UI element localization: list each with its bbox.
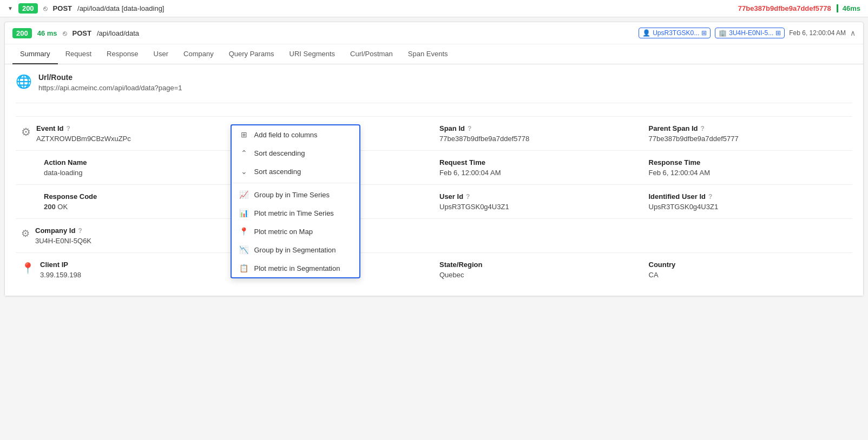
company-grid-icon: ⊞ xyxy=(775,29,781,37)
response-time-value: Feb 6, 12:00:04 AM xyxy=(649,169,847,177)
dropdown-arrow-icon[interactable]: ▼ xyxy=(8,5,13,11)
menu-add-field-label: Add field to columns xyxy=(254,131,318,139)
country-value: CA xyxy=(649,271,847,279)
status-badge-top: 200 xyxy=(18,3,38,14)
response-time-label: Response Time xyxy=(649,158,847,166)
user-chip[interactable]: 👤 UpsR3TGSK0... ⊞ xyxy=(639,28,711,38)
row4-spacer3 xyxy=(643,219,853,252)
sort-asc-icon: ⌄ xyxy=(239,167,249,176)
request-time-cell: Request Time Feb 6, 12:00:04 AM xyxy=(434,151,643,184)
menu-add-field[interactable]: ⊞ Add field to columns xyxy=(232,125,359,144)
collapse-button[interactable]: ∧ xyxy=(850,29,856,37)
user-grid-icon: ⊞ xyxy=(701,29,707,37)
span-id-help-icon[interactable]: ? xyxy=(468,125,471,132)
context-menu: ⊞ Add field to columns ⌃ Sort descending… xyxy=(231,124,360,278)
tab-curl-postman[interactable]: Curl/Postman xyxy=(343,44,400,64)
action-name-cell: Action Name data-loading xyxy=(16,151,225,184)
company-chip[interactable]: 🏢 3U4H-E0NI-5... ⊞ xyxy=(715,28,785,38)
tab-request[interactable]: Request xyxy=(58,44,99,64)
plot-timeseries-icon: 📊 xyxy=(239,209,249,217)
menu-plot-map[interactable]: 📍 Plot metric on Map xyxy=(232,222,359,241)
menu-divider-1 xyxy=(232,183,359,183)
url-info: Url/Route https://api.acmeinc.com/api/lo… xyxy=(38,73,182,92)
menu-sort-desc-label: Sort descending xyxy=(254,149,305,157)
duration-panel: 46 ms xyxy=(37,29,57,37)
panel-timestamp: Feb 6, 12:00:04 AM xyxy=(789,29,846,37)
span-id-value: 77be387b9dfbe9a7ddef5778 xyxy=(439,135,638,143)
menu-plot-segmentation[interactable]: 📋 Plot metric in Segmentation xyxy=(232,259,359,277)
menu-group-timeseries[interactable]: 📈 Group by in Time Series xyxy=(232,185,359,204)
tab-company[interactable]: Company xyxy=(176,44,221,64)
user-id-value: UpsR3TGSK0g4U3Z1 xyxy=(439,203,638,211)
tab-span-events[interactable]: Span Events xyxy=(400,44,456,64)
identified-user-id-value: UpsR3TGSK0g4U3Z1 xyxy=(649,203,847,211)
tab-summary[interactable]: Summary xyxy=(12,44,58,64)
trace-id-cell: Trace Id ⊞ Add field to columns ⌃ Sort d… xyxy=(225,117,435,150)
trace-id-top: 77be387b9dfbe9a7ddef5778 xyxy=(738,4,831,12)
user-id-help-icon[interactable]: ? xyxy=(466,193,470,201)
exit-icon: ⎋ xyxy=(43,4,48,12)
request-time-value: Feb 6, 12:00:04 AM xyxy=(439,169,638,177)
plot-segmentation-icon: 📋 xyxy=(239,264,249,272)
tab-bar: Summary Request Response User Company Qu… xyxy=(5,44,863,64)
tab-user[interactable]: User xyxy=(146,44,176,64)
url-section: 🌐 Url/Route https://api.acmeinc.com/api/… xyxy=(16,73,852,103)
tab-uri-segments[interactable]: URI Segments xyxy=(282,44,343,64)
menu-plot-map-label: Plot metric on Map xyxy=(254,228,313,236)
identified-user-id-help-icon[interactable]: ? xyxy=(708,193,712,201)
event-id-cell: ⚙ Event Id ? AZTXROWDBm9CBzWxuZPc xyxy=(16,117,225,150)
add-field-icon: ⊞ xyxy=(239,130,249,139)
content-area: 🌐 Url/Route https://api.acmeinc.com/api/… xyxy=(5,64,863,296)
menu-plot-timeseries-label: Plot metric in Time Series xyxy=(254,209,334,217)
endpoint-top: /api/load/data [data-loading] xyxy=(77,4,164,12)
panel-header-right: 👤 UpsR3TGSK0... ⊞ 🏢 3U4H-E0NI-5... ⊞ Feb… xyxy=(639,28,856,38)
menu-plot-timeseries[interactable]: 📊 Plot metric in Time Series xyxy=(232,204,359,222)
response-time-cell: Response Time Feb 6, 12:00:04 AM xyxy=(643,151,853,184)
method-top: POST xyxy=(53,4,72,12)
location-icon: 📍 xyxy=(21,262,35,275)
menu-group-segmentation[interactable]: 📉 Group by in Segmentation xyxy=(232,241,359,259)
company-id-cell: ⚙ Company Id ? 3U4H-E0NI-5Q6K xyxy=(16,219,225,252)
identified-user-id-label: Identified User Id ? xyxy=(649,192,847,201)
action-name-value: data-loading xyxy=(44,169,220,177)
country-label: Country xyxy=(649,261,847,269)
company-id-value: 3U4H-E0NI-5Q6K xyxy=(35,237,91,245)
exit-icon-panel: ⎋ xyxy=(63,29,67,37)
row4-spacer2 xyxy=(434,219,643,252)
company-id-help-icon[interactable]: ? xyxy=(78,227,82,235)
client-ip-cell: 📍 Client IP 3.99.159.198 xyxy=(16,253,225,287)
client-ip-label: Client IP xyxy=(40,261,81,269)
request-time-label: Request Time xyxy=(439,158,638,166)
response-code-value: 200 OK xyxy=(44,203,220,211)
menu-sort-asc[interactable]: ⌄ Sort ascending xyxy=(232,162,359,181)
state-region-value: Quebec xyxy=(439,271,638,279)
event-id-value: AZTXROWDBm9CBzWxuZPc xyxy=(36,135,131,143)
tab-query-params[interactable]: Query Params xyxy=(221,44,282,64)
state-region-cell: State/Region Quebec xyxy=(434,253,643,287)
span-id-cell: Span Id ? 77be387b9dfbe9a7ddef5778 xyxy=(434,117,643,150)
response-code-label: Response Code xyxy=(44,192,220,201)
main-panel: 200 46 ms ⎋ POST /api/load/data 👤 UpsR3T… xyxy=(4,22,864,296)
duration-top: 46ms xyxy=(837,4,860,12)
company-icon: 🏢 xyxy=(719,29,727,37)
response-code-cell: Response Code 200 OK xyxy=(16,185,225,218)
group-timeseries-icon: 📈 xyxy=(239,190,249,199)
menu-sort-desc[interactable]: ⌃ Sort descending xyxy=(232,144,359,162)
event-id-label: Event Id ? xyxy=(36,124,131,132)
parent-span-id-label: Parent Span Id ? xyxy=(649,124,847,132)
parent-span-id-help-icon[interactable]: ? xyxy=(701,125,705,132)
menu-plot-segmentation-label: Plot metric in Segmentation xyxy=(254,264,340,272)
tab-response[interactable]: Response xyxy=(99,44,146,64)
trace-id-context-wrapper: Trace Id ⊞ Add field to columns ⌃ Sort d… xyxy=(231,124,429,135)
identified-user-id-cell: Identified User Id ? UpsR3TGSK0g4U3Z1 xyxy=(643,185,853,218)
state-region-label: State/Region xyxy=(439,261,638,269)
menu-group-segmentation-label: Group by in Segmentation xyxy=(254,246,336,254)
settings-icon: ⚙ xyxy=(21,125,31,138)
parent-span-id-value: 77be387b9dfbe9a7ddef5777 xyxy=(649,135,847,143)
parent-span-id-cell: Parent Span Id ? 77be387b9dfbe9a7ddef577… xyxy=(643,117,853,150)
event-id-help-icon[interactable]: ? xyxy=(67,125,70,132)
company-id-label: Company Id ? xyxy=(35,226,91,235)
panel-header: 200 46 ms ⎋ POST /api/load/data 👤 UpsR3T… xyxy=(5,22,863,44)
settings-icon-2: ⚙ xyxy=(21,228,30,239)
url-label: Url/Route xyxy=(38,73,182,82)
